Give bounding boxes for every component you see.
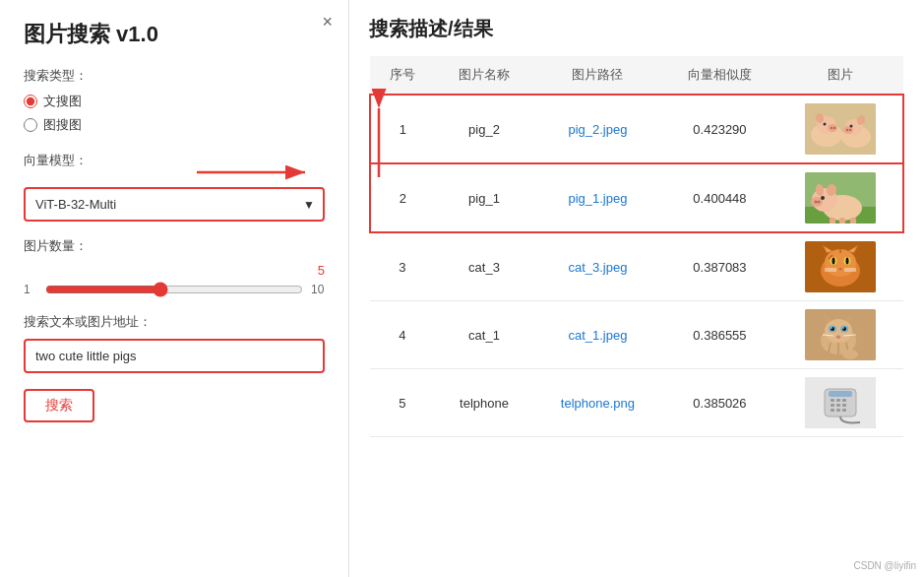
close-button[interactable]: ×: [322, 12, 333, 32]
svg-rect-29: [850, 218, 856, 224]
count-slider[interactable]: [45, 282, 303, 297]
svg-point-39: [832, 258, 835, 265]
cell-similarity: 0.387083: [662, 232, 777, 301]
svg-point-40: [846, 258, 849, 265]
table-row: 2 pig_1 pig_1.jpeg 0.400448: [370, 163, 903, 232]
svg-rect-28: [839, 218, 845, 224]
search-input[interactable]: [24, 339, 325, 373]
slider-max-label: 10: [311, 283, 325, 296]
col-header-similarity: 向量相似度: [662, 56, 777, 95]
cell-similarity: 0.400448: [662, 163, 777, 232]
cell-name: cat_3: [435, 232, 533, 301]
path-link[interactable]: telphone.png: [561, 396, 635, 411]
svg-rect-70: [842, 399, 846, 402]
svg-point-22: [814, 201, 817, 204]
search-btn-container: 搜索: [24, 385, 325, 422]
cell-name: cat_1: [435, 301, 533, 369]
right-panel: 搜索描述/结果 序号 图片名称 图片路径 向量相似度 图片 1 pig_2: [349, 0, 924, 577]
count-section: 图片数量： 5 1 10: [24, 237, 325, 297]
app-title: 图片搜索 v1.0: [24, 20, 325, 49]
cell-id: 4: [370, 301, 435, 369]
cell-path: cat_3.jpeg: [533, 232, 662, 301]
svg-rect-71: [831, 404, 834, 407]
svg-point-57: [831, 327, 832, 329]
path-link[interactable]: cat_1.jpeg: [568, 328, 627, 343]
model-label: 向量模型：: [24, 152, 325, 169]
watermark: CSDN @liyifin: [854, 560, 917, 571]
path-link[interactable]: pig_1.jpeg: [568, 191, 627, 206]
svg-rect-27: [830, 218, 835, 224]
search-type-label: 搜索类型：: [24, 67, 325, 85]
svg-point-6: [830, 127, 832, 129]
col-header-name: 图片名称: [435, 56, 533, 95]
radio-text-input[interactable]: [24, 95, 37, 108]
svg-rect-75: [836, 409, 840, 412]
thumbnail-cat3: [805, 241, 876, 292]
table-row: 1 pig_2 pig_2.jpeg 0.423290: [370, 95, 903, 163]
cell-id: 2: [370, 163, 435, 232]
svg-rect-76: [842, 409, 846, 412]
table-header-row: 序号 图片名称 图片路径 向量相似度 图片: [370, 56, 903, 95]
cell-path: telphone.png: [533, 369, 662, 437]
radio-image-search[interactable]: 图搜图: [24, 116, 325, 134]
svg-point-26: [821, 196, 825, 200]
results-table: 序号 图片名称 图片路径 向量相似度 图片 1 pig_2 pig_2.jpeg…: [369, 56, 904, 437]
cell-image: [777, 163, 903, 232]
slider-row: 1 10: [24, 282, 325, 297]
path-link[interactable]: pig_2.jpeg: [568, 122, 627, 137]
svg-rect-68: [831, 399, 834, 402]
svg-rect-69: [836, 399, 840, 402]
model-select[interactable]: ViT-B-32-Multi ViT-L-14 RN50: [26, 189, 323, 220]
col-header-path: 图片路径: [533, 56, 662, 95]
thumbnail-pig2: [805, 103, 876, 155]
svg-rect-74: [831, 409, 834, 412]
cell-image: [777, 301, 903, 369]
svg-point-32: [825, 249, 856, 277]
search-text-label: 搜索文本或图片地址：: [24, 313, 325, 331]
cell-image: [777, 369, 903, 437]
search-text-section: 搜索文本或图片地址：: [24, 313, 325, 373]
table-row: 5 telphone telphone.png 0.385026: [370, 369, 903, 437]
path-link[interactable]: cat_3.jpeg: [568, 260, 627, 275]
left-panel: × 图片搜索 v1.0 搜索类型： 文搜图 图搜图 向量模型： ViT-B-32…: [0, 0, 349, 577]
radio-image-input[interactable]: [24, 118, 37, 132]
col-header-id: 序号: [370, 56, 435, 95]
cell-similarity: 0.423290: [662, 95, 777, 163]
search-button[interactable]: 搜索: [24, 389, 94, 422]
radio-group: 文搜图 图搜图: [24, 93, 325, 134]
svg-point-58: [842, 327, 844, 329]
svg-rect-72: [836, 404, 840, 407]
thumbnail-pig1: [805, 172, 876, 224]
svg-point-12: [845, 129, 847, 131]
cell-id: 5: [370, 369, 435, 437]
cell-similarity: 0.385026: [662, 369, 777, 437]
slider-value-display: 5: [318, 263, 325, 278]
count-label: 图片数量：: [24, 237, 325, 255]
model-select-wrapper: ViT-B-32-Multi ViT-L-14 RN50 ▼: [24, 187, 325, 222]
svg-point-15: [823, 123, 826, 126]
radio-image-label: 图搜图: [43, 116, 82, 134]
svg-point-23: [817, 201, 820, 204]
svg-point-50: [825, 319, 852, 343]
radio-text-search[interactable]: 文搜图: [24, 93, 325, 110]
col-header-image: 图片: [777, 56, 903, 95]
cell-name: telphone: [435, 369, 533, 437]
cell-similarity: 0.386555: [662, 301, 777, 369]
results-title: 搜索描述/结果: [369, 16, 904, 42]
cell-image: [777, 95, 903, 163]
cell-id: 3: [370, 232, 435, 301]
svg-point-65: [842, 350, 858, 359]
slider-min-label: 1: [24, 283, 37, 296]
cell-name: pig_2: [435, 95, 533, 163]
svg-rect-77: [829, 391, 852, 397]
cell-path: pig_1.jpeg: [533, 163, 662, 232]
svg-rect-73: [842, 404, 846, 407]
radio-text-label: 文搜图: [43, 93, 82, 110]
svg-point-16: [849, 125, 852, 128]
cell-path: cat_1.jpeg: [533, 301, 662, 369]
slider-header: 5: [24, 263, 325, 278]
thumbnail-cat1: [805, 309, 876, 360]
cell-path: pig_2.jpeg: [533, 95, 662, 163]
table-row: 3 cat_3 cat_3.jpeg 0.387083: [370, 232, 903, 301]
table-row: 4 cat_1 cat_1.jpeg 0.386555: [370, 301, 903, 369]
